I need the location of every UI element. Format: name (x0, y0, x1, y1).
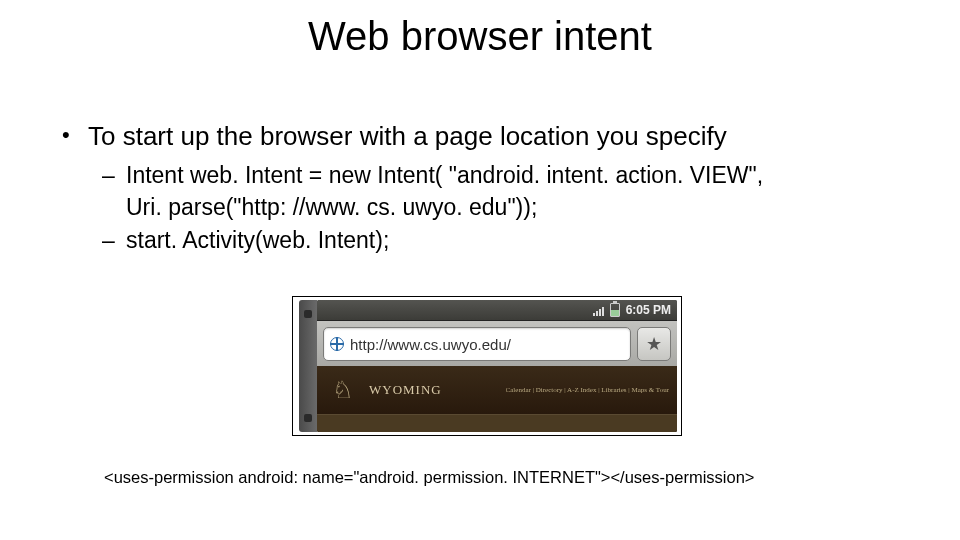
bullet-dash-icon: – (102, 161, 126, 190)
bullet-l2a-continuation: Uri. parse("http: //www. cs. uwyo. edu")… (126, 193, 920, 222)
banner-title: WYOMING (369, 382, 442, 398)
status-bar: 6:05 PM (317, 300, 677, 321)
webpage-banner: ♘ WYOMING Calendar | Directory | A-Z Ind… (317, 366, 677, 414)
bullet-dot-icon: • (62, 120, 88, 153)
browser-url-bar: http://www.cs.uwyo.edu/ ★ (317, 321, 677, 368)
bezel-button-icon (304, 310, 312, 318)
bookmark-button[interactable]: ★ (637, 327, 671, 361)
bullet-l2a-text: Intent web. Intent = new Intent( "androi… (126, 161, 763, 190)
globe-icon (330, 337, 344, 351)
banner-links: Calendar | Directory | A-Z Index | Libra… (506, 386, 669, 394)
phone-bezel (299, 300, 317, 432)
bullet-dash-icon: – (102, 226, 126, 255)
slide-body: • To start up the browser with a page lo… (62, 120, 920, 259)
status-clock: 6:05 PM (626, 303, 671, 317)
webpage-subbar (317, 414, 677, 432)
signal-icon (593, 305, 604, 316)
bezel-button-icon (304, 414, 312, 422)
bullet-level-1: • To start up the browser with a page lo… (62, 120, 920, 153)
bullet-l2b-text: start. Activity(web. Intent); (126, 226, 389, 255)
battery-icon (610, 303, 620, 317)
bullet-level-2: – start. Activity(web. Intent); (102, 226, 920, 255)
slide: Web browser intent • To start up the bro… (0, 0, 960, 540)
star-icon: ★ (646, 333, 662, 355)
webpage-content: ♘ WYOMING Calendar | Directory | A-Z Ind… (317, 366, 677, 432)
uwyo-logo-icon: ♘ (325, 374, 361, 406)
url-input[interactable]: http://www.cs.uwyo.edu/ (323, 327, 631, 361)
permission-code-line: <uses-permission android: name="android.… (104, 468, 754, 487)
bullet-l1-text: To start up the browser with a page loca… (88, 120, 727, 153)
phone-screen: 6:05 PM http://www.cs.uwyo.edu/ ★ ♘ WYOM… (317, 300, 677, 432)
bullet-level-2: – Intent web. Intent = new Intent( "andr… (102, 161, 920, 190)
url-text: http://www.cs.uwyo.edu/ (350, 336, 511, 353)
slide-title: Web browser intent (0, 14, 960, 59)
phone-screenshot: 6:05 PM http://www.cs.uwyo.edu/ ★ ♘ WYOM… (292, 296, 682, 436)
